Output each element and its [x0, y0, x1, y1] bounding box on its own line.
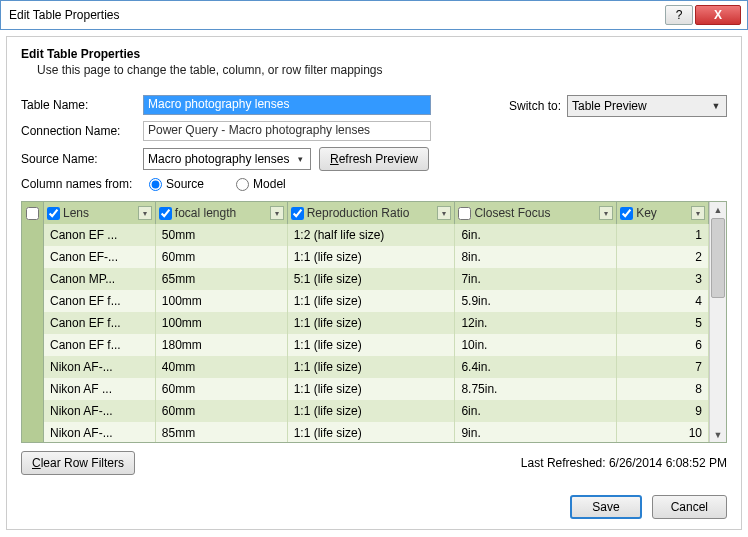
table-row[interactable]: Nikon AF-...60mm1:1 (life size)6in.9: [22, 400, 709, 422]
row-handle[interactable]: [22, 422, 44, 442]
cell: Nikon AF-...: [44, 400, 156, 422]
row-handle[interactable]: [22, 400, 44, 422]
switch-to-label: Switch to:: [509, 99, 561, 113]
filter-icon[interactable]: ▾: [138, 206, 152, 220]
col-reproduction-ratio[interactable]: Reproduction Ratio▾: [288, 202, 456, 224]
col-focal-length[interactable]: focal length▾: [156, 202, 288, 224]
vertical-scrollbar[interactable]: ▲ ▼: [709, 202, 726, 442]
cell: 7: [617, 356, 709, 378]
titlebar[interactable]: Edit Table Properties ? X: [0, 0, 748, 30]
cell: Nikon AF ...: [44, 378, 156, 400]
cell: 50mm: [156, 224, 288, 246]
connection-name-label: Connection Name:: [21, 124, 143, 138]
cell: 5.9in.: [455, 290, 617, 312]
window-title: Edit Table Properties: [9, 8, 663, 22]
cell: 8in.: [455, 246, 617, 268]
col-lens[interactable]: Lens▾: [44, 202, 156, 224]
radio-source[interactable]: Source: [149, 177, 204, 191]
cancel-button[interactable]: Cancel: [652, 495, 727, 519]
cell: 10: [617, 422, 709, 442]
cell: 5: [617, 312, 709, 334]
cell: 1:1 (life size): [288, 400, 456, 422]
cell: 1:1 (life size): [288, 246, 456, 268]
table-row[interactable]: Nikon AF-...85mm1:1 (life size)9in.10: [22, 422, 709, 442]
page-title: Edit Table Properties: [21, 47, 727, 61]
table-row[interactable]: Canon MP...65mm5:1 (life size)7in.3: [22, 268, 709, 290]
cell: 1:1 (life size): [288, 312, 456, 334]
save-button[interactable]: Save: [570, 495, 641, 519]
preview-grid: Lens▾ focal length▾ Reproduction Ratio▾ …: [21, 201, 727, 443]
radio-model-input[interactable]: [236, 178, 249, 191]
close-button[interactable]: X: [695, 5, 741, 25]
cell: 180mm: [156, 334, 288, 356]
col-closest-focus[interactable]: Closest Focus▾: [455, 202, 617, 224]
dialog-body: Edit Table Properties Use this page to c…: [6, 36, 742, 530]
cell: 9: [617, 400, 709, 422]
row-handle[interactable]: [22, 268, 44, 290]
scroll-up-icon[interactable]: ▲: [710, 202, 726, 217]
cell: 8.75in.: [455, 378, 617, 400]
table-row[interactable]: Canon EF ...50mm1:2 (half life size)6in.…: [22, 224, 709, 246]
cell: 12in.: [455, 312, 617, 334]
radio-source-input[interactable]: [149, 178, 162, 191]
cell: 9in.: [455, 422, 617, 442]
cell: 1:1 (life size): [288, 290, 456, 312]
row-handle[interactable]: [22, 356, 44, 378]
table-row[interactable]: Canon EF-...60mm1:1 (life size)8in.2: [22, 246, 709, 268]
refresh-preview-button[interactable]: Refresh Preview: [319, 147, 429, 171]
cell: 6: [617, 334, 709, 356]
help-button[interactable]: ?: [665, 5, 693, 25]
cell: 5:1 (life size): [288, 268, 456, 290]
cell: 65mm: [156, 268, 288, 290]
cell: 3: [617, 268, 709, 290]
column-names-from-label: Column names from:: [21, 177, 143, 191]
last-refreshed-label: Last Refreshed: 6/26/2014 6:08:52 PM: [521, 456, 727, 470]
row-handle[interactable]: [22, 290, 44, 312]
row-handle[interactable]: [22, 224, 44, 246]
cell: 7in.: [455, 268, 617, 290]
clear-row-filters-button[interactable]: Clear Row Filters: [21, 451, 135, 475]
row-handle[interactable]: [22, 378, 44, 400]
cell: 85mm: [156, 422, 288, 442]
cell: Nikon AF-...: [44, 422, 156, 442]
cell: 1:2 (half life size): [288, 224, 456, 246]
row-handle[interactable]: [22, 312, 44, 334]
table-name-label: Table Name:: [21, 98, 143, 112]
connection-name-field: Power Query - Macro photography lenses: [143, 121, 431, 141]
cell: Canon EF f...: [44, 334, 156, 356]
table-row[interactable]: Canon EF f...100mm1:1 (life size)12in.5: [22, 312, 709, 334]
cell: 6in.: [455, 224, 617, 246]
switch-to-combo[interactable]: Table Preview ▼: [567, 95, 727, 117]
cell: 2: [617, 246, 709, 268]
source-name-combo[interactable]: Macro photography lenses ▾: [143, 148, 311, 170]
cell: 1:1 (life size): [288, 422, 456, 442]
table-row[interactable]: Canon EF f...180mm1:1 (life size)10in.6: [22, 334, 709, 356]
cell: Nikon AF-...: [44, 356, 156, 378]
cell: 10in.: [455, 334, 617, 356]
table-row[interactable]: Nikon AF-...40mm1:1 (life size)6.4in.7: [22, 356, 709, 378]
table-row[interactable]: Canon EF f...100mm1:1 (life size)5.9in.4: [22, 290, 709, 312]
grid-header: Lens▾ focal length▾ Reproduction Ratio▾ …: [22, 202, 709, 224]
filter-icon[interactable]: ▾: [270, 206, 284, 220]
grid-body: Canon EF ...50mm1:2 (half life size)6in.…: [22, 224, 709, 442]
chevron-down-icon: ▼: [708, 98, 724, 114]
cell: 100mm: [156, 312, 288, 334]
filter-icon[interactable]: ▾: [599, 206, 613, 220]
scroll-down-icon[interactable]: ▼: [710, 427, 726, 442]
cell: Canon EF-...: [44, 246, 156, 268]
select-all-header[interactable]: [22, 202, 44, 224]
scroll-thumb[interactable]: [711, 218, 725, 298]
col-key[interactable]: Key▾: [617, 202, 709, 224]
table-name-input[interactable]: Macro photography lenses: [143, 95, 431, 115]
filter-icon[interactable]: ▾: [437, 206, 451, 220]
cell: 4: [617, 290, 709, 312]
cell: Canon EF ...: [44, 224, 156, 246]
select-all-checkbox[interactable]: [26, 207, 39, 220]
radio-model[interactable]: Model: [236, 177, 286, 191]
filter-icon[interactable]: ▾: [691, 206, 705, 220]
row-handle[interactable]: [22, 334, 44, 356]
cell: Canon EF f...: [44, 290, 156, 312]
table-row[interactable]: Nikon AF ...60mm1:1 (life size)8.75in.8: [22, 378, 709, 400]
cell: 1:1 (life size): [288, 356, 456, 378]
row-handle[interactable]: [22, 246, 44, 268]
